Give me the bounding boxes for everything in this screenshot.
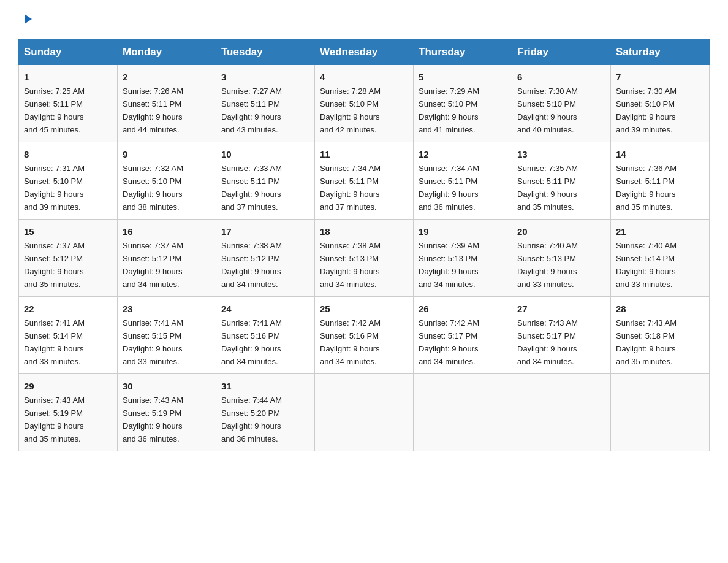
day-number: 9: [123, 147, 211, 161]
day-info: Sunrise: 7:44 AMSunset: 5:20 PMDaylight:…: [221, 396, 282, 443]
col-header-thursday: Thursday: [414, 40, 512, 65]
calendar-cell: 18 Sunrise: 7:38 AMSunset: 5:13 PMDaylig…: [315, 219, 414, 296]
day-number: 26: [419, 302, 507, 316]
day-info: Sunrise: 7:30 AMSunset: 5:10 PMDaylight:…: [517, 86, 578, 134]
calendar-cell: 1 Sunrise: 7:25 AMSunset: 5:11 PMDayligh…: [19, 65, 118, 142]
day-info: Sunrise: 7:37 AMSunset: 5:12 PMDaylight:…: [24, 241, 85, 289]
day-info: Sunrise: 7:43 AMSunset: 5:19 PMDaylight:…: [24, 396, 85, 443]
day-info: Sunrise: 7:26 AMSunset: 5:11 PMDaylight:…: [123, 86, 183, 134]
day-number: 14: [616, 147, 704, 161]
calendar-table: SundayMondayTuesdayWednesdayThursdayFrid…: [18, 39, 710, 451]
calendar-cell: 25 Sunrise: 7:42 AMSunset: 5:16 PMDaylig…: [315, 296, 414, 373]
day-number: 22: [24, 302, 112, 316]
calendar-cell: 13 Sunrise: 7:35 AMSunset: 5:11 PMDaylig…: [512, 142, 611, 219]
day-number: 2: [123, 70, 211, 84]
calendar-cell: 15 Sunrise: 7:37 AMSunset: 5:12 PMDaylig…: [19, 219, 118, 296]
day-info: Sunrise: 7:27 AMSunset: 5:11 PMDaylight:…: [221, 86, 282, 134]
day-number: 11: [320, 147, 408, 161]
day-number: 1: [24, 70, 112, 84]
calendar-cell: 31 Sunrise: 7:44 AMSunset: 5:20 PMDaylig…: [216, 373, 315, 451]
day-number: 31: [221, 379, 309, 393]
calendar-cell: 5 Sunrise: 7:29 AMSunset: 5:10 PMDayligh…: [414, 65, 512, 142]
calendar-cell: 2 Sunrise: 7:26 AMSunset: 5:11 PMDayligh…: [118, 65, 216, 142]
day-number: 6: [517, 70, 605, 84]
day-info: Sunrise: 7:36 AMSunset: 5:11 PMDaylight:…: [616, 164, 677, 212]
day-info: Sunrise: 7:38 AMSunset: 5:12 PMDaylight:…: [221, 241, 282, 289]
col-header-sunday: Sunday: [19, 40, 118, 65]
day-number: 17: [221, 224, 309, 239]
day-info: Sunrise: 7:28 AMSunset: 5:10 PMDaylight:…: [320, 86, 381, 134]
calendar-header-row: SundayMondayTuesdayWednesdayThursdayFrid…: [19, 40, 710, 65]
calendar-cell: 9 Sunrise: 7:32 AMSunset: 5:10 PMDayligh…: [118, 142, 216, 219]
calendar-cell: 27 Sunrise: 7:43 AMSunset: 5:17 PMDaylig…: [512, 296, 611, 373]
calendar-cell: 16 Sunrise: 7:37 AMSunset: 5:12 PMDaylig…: [118, 219, 216, 296]
week-row-2: 8 Sunrise: 7:31 AMSunset: 5:10 PMDayligh…: [19, 142, 710, 219]
day-number: 13: [517, 147, 605, 161]
week-row-5: 29 Sunrise: 7:43 AMSunset: 5:19 PMDaylig…: [19, 373, 710, 451]
week-row-4: 22 Sunrise: 7:41 AMSunset: 5:14 PMDaylig…: [19, 296, 710, 373]
day-number: 3: [221, 70, 309, 84]
day-number: 30: [123, 379, 211, 393]
col-header-monday: Monday: [118, 40, 216, 65]
day-number: 19: [419, 224, 507, 239]
day-info: Sunrise: 7:40 AMSunset: 5:13 PMDaylight:…: [517, 241, 578, 289]
calendar-cell: 7 Sunrise: 7:30 AMSunset: 5:10 PMDayligh…: [611, 65, 710, 142]
page-header: [18, 12, 710, 28]
day-number: 28: [616, 302, 704, 316]
day-number: 8: [24, 147, 112, 161]
day-info: Sunrise: 7:34 AMSunset: 5:11 PMDaylight:…: [320, 164, 381, 212]
calendar-cell: 4 Sunrise: 7:28 AMSunset: 5:10 PMDayligh…: [315, 65, 414, 142]
day-number: 27: [517, 302, 605, 316]
day-number: 18: [320, 224, 408, 239]
day-number: 25: [320, 302, 408, 316]
day-info: Sunrise: 7:30 AMSunset: 5:10 PMDaylight:…: [616, 86, 677, 134]
day-info: Sunrise: 7:38 AMSunset: 5:13 PMDaylight:…: [320, 241, 381, 289]
calendar-cell: 23 Sunrise: 7:41 AMSunset: 5:15 PMDaylig…: [118, 296, 216, 373]
calendar-cell: 10 Sunrise: 7:33 AMSunset: 5:11 PMDaylig…: [216, 142, 315, 219]
day-number: 29: [24, 379, 112, 393]
calendar-cell: [512, 373, 611, 451]
day-info: Sunrise: 7:41 AMSunset: 5:16 PMDaylight:…: [221, 318, 282, 366]
day-number: 5: [419, 70, 507, 84]
day-number: 7: [616, 70, 704, 84]
calendar-cell: [611, 373, 710, 451]
calendar-cell: 21 Sunrise: 7:40 AMSunset: 5:14 PMDaylig…: [611, 219, 710, 296]
week-row-1: 1 Sunrise: 7:25 AMSunset: 5:11 PMDayligh…: [19, 65, 710, 142]
col-header-friday: Friday: [512, 40, 611, 65]
calendar-cell: 8 Sunrise: 7:31 AMSunset: 5:10 PMDayligh…: [19, 142, 118, 219]
calendar-cell: 26 Sunrise: 7:42 AMSunset: 5:17 PMDaylig…: [414, 296, 512, 373]
day-info: Sunrise: 7:34 AMSunset: 5:11 PMDaylight:…: [419, 164, 479, 212]
day-info: Sunrise: 7:42 AMSunset: 5:16 PMDaylight:…: [320, 318, 381, 366]
day-number: 23: [123, 302, 211, 316]
day-info: Sunrise: 7:43 AMSunset: 5:19 PMDaylight:…: [123, 396, 183, 443]
calendar-cell: 30 Sunrise: 7:43 AMSunset: 5:19 PMDaylig…: [118, 373, 216, 451]
calendar-cell: 6 Sunrise: 7:30 AMSunset: 5:10 PMDayligh…: [512, 65, 611, 142]
calendar-cell: 29 Sunrise: 7:43 AMSunset: 5:19 PMDaylig…: [19, 373, 118, 451]
week-row-3: 15 Sunrise: 7:37 AMSunset: 5:12 PMDaylig…: [19, 219, 710, 296]
col-header-tuesday: Tuesday: [216, 40, 315, 65]
day-info: Sunrise: 7:32 AMSunset: 5:10 PMDaylight:…: [123, 164, 183, 212]
day-info: Sunrise: 7:41 AMSunset: 5:15 PMDaylight:…: [123, 318, 183, 366]
day-info: Sunrise: 7:25 AMSunset: 5:11 PMDaylight:…: [24, 86, 85, 134]
logo: [18, 12, 34, 28]
day-info: Sunrise: 7:43 AMSunset: 5:18 PMDaylight:…: [616, 318, 677, 366]
calendar-cell: 14 Sunrise: 7:36 AMSunset: 5:11 PMDaylig…: [611, 142, 710, 219]
day-info: Sunrise: 7:42 AMSunset: 5:17 PMDaylight:…: [419, 318, 479, 366]
day-info: Sunrise: 7:43 AMSunset: 5:17 PMDaylight:…: [517, 318, 578, 366]
day-number: 24: [221, 302, 309, 316]
day-info: Sunrise: 7:35 AMSunset: 5:11 PMDaylight:…: [517, 164, 578, 212]
calendar-cell: [315, 373, 414, 451]
day-number: 16: [123, 224, 211, 239]
logo-arrow-icon: [21, 12, 34, 28]
day-number: 10: [221, 147, 309, 161]
calendar-cell: 20 Sunrise: 7:40 AMSunset: 5:13 PMDaylig…: [512, 219, 611, 296]
day-info: Sunrise: 7:41 AMSunset: 5:14 PMDaylight:…: [24, 318, 85, 366]
day-number: 21: [616, 224, 704, 239]
col-header-saturday: Saturday: [611, 40, 710, 65]
calendar-cell: 24 Sunrise: 7:41 AMSunset: 5:16 PMDaylig…: [216, 296, 315, 373]
day-number: 15: [24, 224, 112, 239]
calendar-cell: 11 Sunrise: 7:34 AMSunset: 5:11 PMDaylig…: [315, 142, 414, 219]
calendar-cell: 12 Sunrise: 7:34 AMSunset: 5:11 PMDaylig…: [414, 142, 512, 219]
calendar-cell: 28 Sunrise: 7:43 AMSunset: 5:18 PMDaylig…: [611, 296, 710, 373]
calendar-cell: [414, 373, 512, 451]
